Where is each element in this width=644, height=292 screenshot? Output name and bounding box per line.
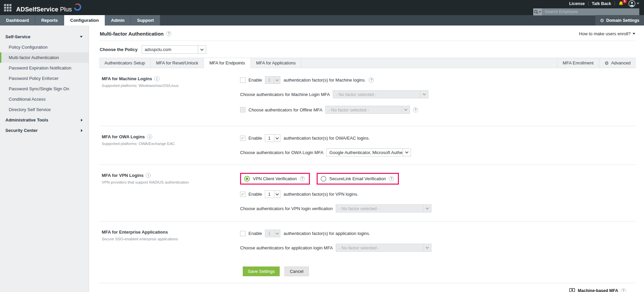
chevron-down-icon — [198, 46, 206, 53]
cancel-button[interactable]: Cancel — [284, 266, 309, 276]
help-icon[interactable]: ? — [300, 176, 305, 181]
machine-based-mfa-link[interactable]: Machine-based MFA — [578, 288, 618, 292]
enterprise-enable-checkbox[interactable] — [240, 231, 245, 236]
machine-choose-label: Choose authenticators for Machine Login … — [240, 92, 330, 97]
chevron-down-icon — [80, 36, 83, 38]
nav-tab-configuration[interactable]: Configuration — [64, 15, 105, 26]
machine-enable-checkbox[interactable] — [240, 78, 245, 83]
select-value: - No factor selected - — [333, 92, 420, 97]
nav-tab-support[interactable]: Support — [131, 15, 160, 26]
gear-icon: ⚙ — [605, 60, 609, 66]
owa-enable-checkbox[interactable] — [240, 136, 245, 141]
mfa-enrollment-label: MFA Enrollment — [563, 60, 594, 65]
user-avatar-menu[interactable] — [628, 0, 639, 7]
gear-icon: ⚙ — [600, 18, 604, 23]
sidebar-item-multi-factor-authentication[interactable]: Multi-factor Authentication — [0, 52, 89, 63]
sidebar-section-administrative-tools[interactable]: Administrative Tools — [0, 115, 89, 125]
help-icon[interactable]: ? — [413, 107, 418, 112]
vpn-client-verification-highlight: VPN Client Verification ? — [240, 173, 310, 185]
help-icon[interactable]: ? — [389, 176, 394, 181]
search-icon[interactable] — [533, 8, 542, 15]
info-icon[interactable]: i — [146, 173, 151, 178]
factor-count-value: 1 — [265, 78, 274, 83]
vpn-client-verification-radio[interactable] — [244, 176, 250, 182]
offline-authenticators-select[interactable]: - No factor selected - — [325, 106, 410, 114]
sidebar-item-directory-self-service[interactable]: Directory Self Service — [0, 104, 89, 115]
domain-settings-button[interactable]: ⚙ Domain Settings — [595, 15, 644, 26]
section-mfa-owa-logins: MFA for OWA Logins i Supported platforms… — [99, 126, 636, 164]
owa-authenticators-select[interactable]: Google Authenticator, Microsoft Authe — [326, 148, 411, 156]
notifications-bell-icon[interactable]: 1 — [618, 1, 625, 6]
sidebar-section-security-center[interactable]: Security Center — [0, 125, 89, 136]
page-title: Multi-factor Authentication — [100, 31, 164, 37]
section-title: MFA for Machine Logins — [102, 76, 152, 81]
domain-settings-label: Domain Settings — [606, 18, 639, 23]
chevron-down-icon — [423, 244, 431, 251]
employee-search — [533, 8, 639, 15]
info-icon[interactable]: i — [147, 134, 152, 139]
page-help-icon[interactable]: ? — [166, 31, 171, 36]
tab-mfa-for-applications[interactable]: MFA for Applications — [251, 58, 302, 68]
license-link[interactable]: License — [569, 1, 585, 6]
enterprise-factor-count-select[interactable]: 1 — [265, 230, 280, 237]
primary-nav: Dashboard Reports Configuration Admin Su… — [0, 15, 644, 26]
advanced-button[interactable]: ⚙ Advanced — [599, 58, 636, 68]
vpn-enable-checkbox[interactable] — [240, 192, 245, 197]
vpn-authenticators-select[interactable]: - No factor selected - — [336, 204, 431, 212]
section-mfa-machine-logins: MFA for Machine Logins i Supported platf… — [99, 68, 636, 124]
tab-mfa-for-endpoints[interactable]: MFA for Endpoints — [204, 58, 250, 68]
owa-factor-count-select[interactable]: 1 — [265, 134, 280, 142]
select-value: - No factor selected - — [336, 206, 423, 211]
sidebar-section-self-service[interactable]: Self-Service — [0, 32, 89, 42]
securelink-email-verification-label: SecureLink Email Verification — [329, 176, 386, 181]
securelink-email-verification-radio[interactable] — [321, 176, 326, 182]
help-icon[interactable]: ? — [621, 288, 626, 292]
sidebar-item-conditional-access[interactable]: Conditional Access — [0, 94, 89, 104]
section-subtitle: Secure SSO-enabled enterprise applicatio… — [102, 237, 240, 241]
save-settings-button[interactable]: Save Settings — [243, 266, 280, 276]
section-mfa-enterprise-applications: MFA for Enterprise Applications Secure S… — [99, 221, 636, 258]
search-scope-caret-icon — [539, 11, 541, 12]
sidebar-item-password-expiration-notification[interactable]: Password Expiration Notification — [0, 63, 89, 73]
enable-text: authentication factor(s) for VPN logins. — [283, 192, 358, 197]
select-value: - No factor selected - — [336, 245, 423, 250]
securelink-email-verification-highlight: SecureLink Email Verification ? — [317, 173, 399, 185]
chevron-down-icon — [274, 77, 280, 84]
machine-authenticators-select[interactable]: - No factor selected - — [333, 90, 428, 98]
how-to-enroll-link[interactable]: How to make users enroll? — [579, 31, 635, 36]
sidebar-item-password-sync-single-sign-on[interactable]: Password Sync/Single Sign On — [0, 84, 89, 94]
enable-text: authentication factor(s) for Machine log… — [283, 78, 366, 83]
tab-mfa-enrollment[interactable]: MFA Enrollment — [557, 58, 599, 68]
machine-factor-count-select[interactable]: 1 — [265, 76, 280, 84]
enable-text: authentication factor(s) for OWA/EAC log… — [283, 136, 370, 141]
vpn-client-verification-label: VPN Client Verification — [253, 176, 297, 181]
tab-mfa-for-reset-unlock[interactable]: MFA for Reset/Unlock — [151, 58, 204, 68]
enable-label: Enable — [248, 192, 262, 197]
sidebar-item-password-policy-enforcer[interactable]: Password Policy Enforcer — [0, 73, 89, 84]
sidebar-item-policy-configuration[interactable]: Policy Configuration — [0, 42, 89, 52]
enable-label: Enable — [248, 78, 262, 83]
apps-grid-icon[interactable] — [4, 4, 11, 11]
vpn-factor-count-select[interactable]: 1 — [265, 190, 280, 198]
tab-authenticators-setup[interactable]: Authenticators Setup — [99, 58, 151, 68]
help-icon[interactable]: ? — [369, 78, 374, 83]
talkback-link[interactable]: Talk Back — [592, 1, 611, 6]
chevron-down-icon — [420, 91, 428, 98]
factor-count-value: 1 — [265, 136, 274, 141]
chevron-down-icon — [637, 3, 639, 4]
info-icon[interactable]: i — [154, 76, 159, 81]
enroll-link-label: How to make users enroll? — [579, 31, 631, 36]
nav-tab-admin[interactable]: Admin — [105, 15, 131, 26]
logo-text-tail: Plus — [60, 6, 72, 13]
search-input[interactable] — [542, 8, 639, 15]
sidebar-section-label: Security Center — [5, 128, 38, 133]
section-title: MFA for VPN Logins — [102, 173, 143, 178]
offline-mfa-checkbox[interactable] — [240, 107, 245, 112]
policy-select[interactable]: adsspclu.com — [142, 45, 206, 54]
nav-tab-dashboard[interactable]: Dashboard — [0, 15, 35, 26]
section-subtitle: Supported platforms: OWA/Exchange EAC — [102, 142, 240, 146]
divider — [614, 1, 615, 6]
nav-tab-reports[interactable]: Reports — [35, 15, 64, 26]
chevron-right-icon — [81, 119, 83, 121]
enterprise-authenticators-select[interactable]: - No factor selected - — [336, 244, 431, 252]
